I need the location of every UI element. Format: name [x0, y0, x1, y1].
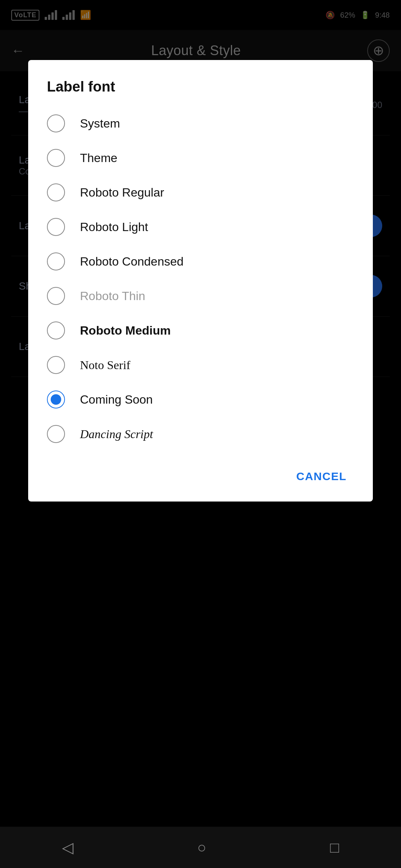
font-option-theme[interactable]: Theme — [47, 141, 354, 175]
nav-back-icon[interactable]: ◁ — [62, 839, 74, 856]
nav-home-icon[interactable]: ○ — [197, 839, 206, 856]
radio-roboto-medium[interactable] — [47, 321, 65, 339]
radio-roboto-condensed[interactable] — [47, 252, 65, 270]
font-option-dancing-script[interactable]: Dancing Script — [47, 417, 354, 451]
font-options-list: System Theme Roboto Regular Roboto Light… — [47, 106, 354, 451]
font-label-roboto-light: Roboto Light — [80, 220, 148, 234]
font-option-roboto-thin[interactable]: Roboto Thin — [47, 279, 354, 313]
font-option-noto-serif[interactable]: Noto Serif — [47, 348, 354, 382]
font-label-roboto-condensed: Roboto Condensed — [80, 255, 184, 269]
radio-theme[interactable] — [47, 149, 65, 167]
font-label-coming-soon: Coming Soon — [80, 393, 153, 407]
dialog-title: Label font — [47, 79, 354, 95]
font-label-roboto-thin: Roboto Thin — [80, 289, 145, 303]
radio-roboto-thin[interactable] — [47, 287, 65, 305]
radio-dancing-script[interactable] — [47, 425, 65, 443]
font-label-noto-serif: Noto Serif — [80, 358, 130, 372]
radio-roboto-light[interactable] — [47, 218, 65, 236]
nav-recents-icon[interactable]: □ — [330, 839, 339, 856]
font-option-roboto-condensed[interactable]: Roboto Condensed — [47, 244, 354, 279]
font-label-roboto-medium: Roboto Medium — [80, 324, 171, 338]
radio-noto-serif[interactable] — [47, 356, 65, 374]
bottom-nav: ◁ ○ □ — [0, 827, 401, 868]
font-option-coming-soon[interactable]: Coming Soon — [47, 382, 354, 417]
dialog-actions: CANCEL — [47, 459, 354, 487]
font-label-system: System — [80, 117, 120, 131]
font-label-roboto-regular: Roboto Regular — [80, 186, 164, 200]
radio-coming-soon[interactable] — [47, 390, 65, 408]
cancel-button[interactable]: CANCEL — [289, 466, 354, 487]
label-font-dialog: Label font System Theme Roboto Regular R… — [28, 60, 373, 502]
radio-system[interactable] — [47, 114, 65, 132]
font-label-theme: Theme — [80, 151, 118, 165]
font-option-roboto-medium[interactable]: Roboto Medium — [47, 313, 354, 348]
font-option-roboto-regular[interactable]: Roboto Regular — [47, 175, 354, 210]
font-option-system[interactable]: System — [47, 106, 354, 141]
radio-roboto-regular[interactable] — [47, 183, 65, 201]
font-label-dancing-script: Dancing Script — [80, 427, 153, 441]
font-option-roboto-light[interactable]: Roboto Light — [47, 210, 354, 244]
radio-inner-coming-soon — [51, 394, 61, 405]
